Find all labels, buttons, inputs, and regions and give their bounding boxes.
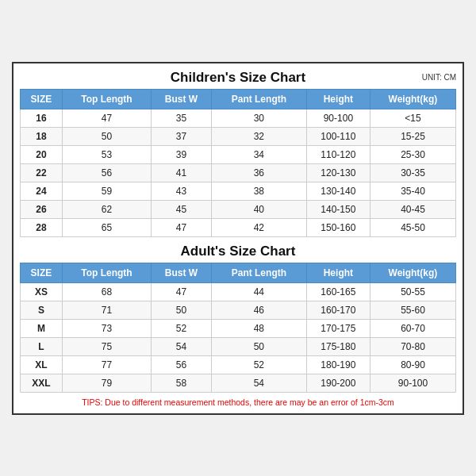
- table-cell: 180-190: [306, 355, 370, 374]
- table-cell: 45: [152, 200, 212, 218]
- table-row: 20533934110-12025-30: [21, 145, 456, 163]
- table-cell: 50: [152, 301, 212, 319]
- table-cell: 44: [211, 282, 306, 301]
- table-cell: 80-90: [370, 355, 455, 374]
- table-cell: 70-80: [370, 337, 455, 355]
- table-row: 1647353090-100<15: [21, 109, 456, 127]
- table-cell: 35-40: [370, 182, 455, 200]
- children-header-row: SIZE Top Length Bust W Pant Length Heigh…: [21, 89, 456, 109]
- table-row: 26624540140-15040-45: [21, 200, 456, 218]
- table-cell: 50: [62, 127, 151, 145]
- table-cell: 56: [152, 355, 212, 374]
- table-cell: 73: [62, 319, 151, 337]
- table-row: 22564136120-13030-35: [21, 163, 456, 182]
- tips-row: TIPS: Due to different measurement metho…: [20, 397, 456, 407]
- table-cell: 75: [62, 337, 151, 355]
- table-cell: 53: [62, 145, 151, 163]
- table-row: S715046160-17055-60: [21, 301, 456, 319]
- table-cell: 77: [62, 355, 151, 374]
- table-cell: 130-140: [306, 182, 370, 200]
- table-cell: 26: [21, 200, 63, 218]
- table-cell: 32: [211, 127, 306, 145]
- table-cell: 68: [62, 282, 151, 301]
- adult-section: Adult's Size Chart SIZE Top Length Bust …: [20, 244, 456, 393]
- table-cell: 190-200: [306, 374, 370, 392]
- children-col-weight: Weight(kg): [370, 89, 455, 109]
- table-cell: 90-100: [370, 374, 455, 392]
- table-cell: 120-130: [306, 163, 370, 182]
- table-cell: 52: [211, 355, 306, 374]
- table-cell: 140-150: [306, 200, 370, 218]
- table-row: M735248170-17560-70: [21, 319, 456, 337]
- table-cell: 30-35: [370, 163, 455, 182]
- table-cell: 160-170: [306, 301, 370, 319]
- table-cell: 150-160: [306, 218, 370, 236]
- children-col-top-length: Top Length: [62, 89, 151, 109]
- table-cell: 56: [62, 163, 151, 182]
- table-row: XXL795854190-20090-100: [21, 374, 456, 392]
- children-col-bust-w: Bust W: [152, 89, 212, 109]
- children-col-pant-length: Pant Length: [211, 89, 306, 109]
- table-cell: 42: [211, 218, 306, 236]
- table-cell: XS: [21, 282, 63, 301]
- table-cell: S: [21, 301, 63, 319]
- table-cell: 28: [21, 218, 63, 236]
- table-cell: 43: [152, 182, 212, 200]
- table-cell: 35: [152, 109, 212, 127]
- table-cell: 34: [211, 145, 306, 163]
- table-cell: 55-60: [370, 301, 455, 319]
- table-cell: 15-25: [370, 127, 455, 145]
- table-cell: 90-100: [306, 109, 370, 127]
- table-cell: 48: [211, 319, 306, 337]
- table-row: 18503732100-11015-25: [21, 127, 456, 145]
- adult-col-bust-w: Bust W: [152, 263, 212, 282]
- table-row: L755450175-18070-80: [21, 337, 456, 355]
- table-cell: 100-110: [306, 127, 370, 145]
- adult-col-size: SIZE: [21, 263, 63, 282]
- table-cell: 54: [152, 337, 212, 355]
- table-cell: 38: [211, 182, 306, 200]
- table-cell: 79: [62, 374, 151, 392]
- table-cell: 16: [21, 109, 63, 127]
- table-cell: XXL: [21, 374, 63, 392]
- table-cell: 52: [152, 319, 212, 337]
- table-cell: 40: [211, 200, 306, 218]
- table-cell: 36: [211, 163, 306, 182]
- table-cell: 18: [21, 127, 63, 145]
- table-cell: 60-70: [370, 319, 455, 337]
- table-cell: 41: [152, 163, 212, 182]
- children-tbody: 1647353090-100<1518503732100-11015-25205…: [21, 109, 456, 236]
- table-cell: <15: [370, 109, 455, 127]
- table-cell: 47: [62, 109, 151, 127]
- table-cell: 39: [152, 145, 212, 163]
- table-row: 28654742150-16045-50: [21, 218, 456, 236]
- children-table: SIZE Top Length Bust W Pant Length Heigh…: [20, 89, 456, 237]
- children-title-row: Children's Size Chart UNIT: CM: [20, 70, 456, 86]
- adult-tbody: XS684744160-16550-55S715046160-17055-60M…: [21, 282, 456, 392]
- tips-text: TIPS: Due to different measurement metho…: [82, 397, 394, 407]
- table-cell: 160-165: [306, 282, 370, 301]
- chart-container: Children's Size Chart UNIT: CM SIZE Top …: [12, 62, 464, 415]
- table-row: 24594338130-14035-40: [21, 182, 456, 200]
- adult-title: Adult's Size Chart: [181, 244, 296, 259]
- table-cell: 20: [21, 145, 63, 163]
- table-cell: 47: [152, 218, 212, 236]
- table-cell: 71: [62, 301, 151, 319]
- table-cell: 45-50: [370, 218, 455, 236]
- table-cell: 37: [152, 127, 212, 145]
- table-cell: 65: [62, 218, 151, 236]
- table-cell: 25-30: [370, 145, 455, 163]
- unit-label: UNIT: CM: [422, 73, 456, 82]
- children-col-size: SIZE: [21, 89, 63, 109]
- children-col-height: Height: [306, 89, 370, 109]
- table-cell: 30: [211, 109, 306, 127]
- table-cell: 110-120: [306, 145, 370, 163]
- table-cell: 46: [211, 301, 306, 319]
- adult-col-pant-length: Pant Length: [211, 263, 306, 282]
- table-cell: XL: [21, 355, 63, 374]
- adult-col-weight: Weight(kg): [370, 263, 455, 282]
- table-cell: 50: [211, 337, 306, 355]
- table-cell: 62: [62, 200, 151, 218]
- table-row: XL775652180-19080-90: [21, 355, 456, 374]
- table-row: XS684744160-16550-55: [21, 282, 456, 301]
